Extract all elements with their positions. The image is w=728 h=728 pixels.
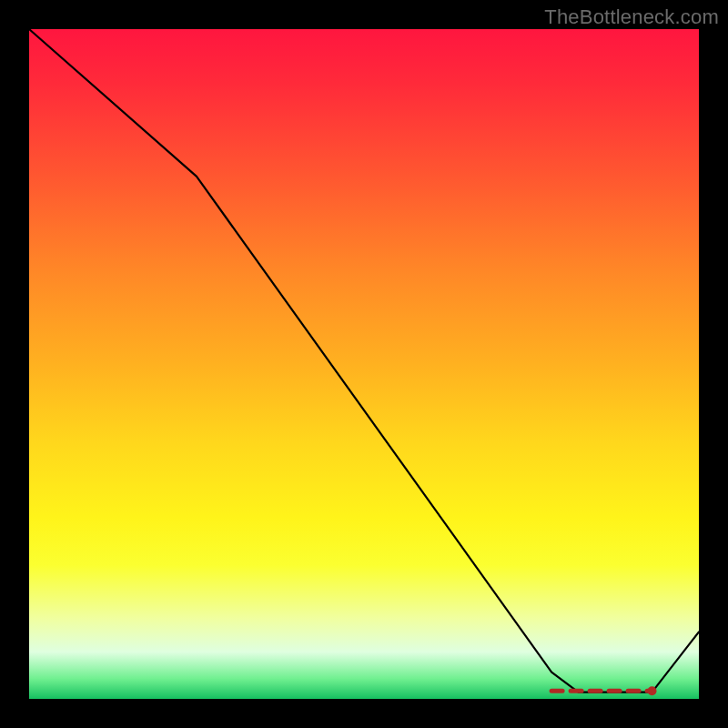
chart-svg [29,29,699,699]
chart-frame: TheBottleneck.com [0,0,728,728]
optimal-range-end-dot [648,686,657,695]
plot-area [29,29,699,699]
watermark-text: TheBottleneck.com [544,5,719,29]
bottleneck-curve-line [29,29,699,693]
